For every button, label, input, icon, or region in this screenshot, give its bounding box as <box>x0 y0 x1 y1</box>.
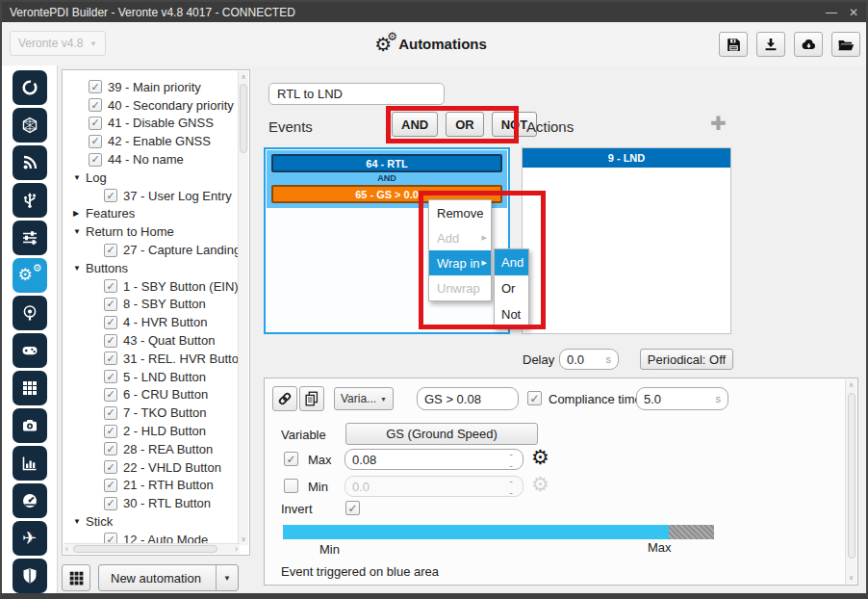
operator-button[interactable]: OR <box>446 112 484 137</box>
copy-button[interactable] <box>299 386 324 411</box>
automation-grid-view-button[interactable] <box>62 564 90 591</box>
tree-item[interactable]: ✓ 2 - HLD Button <box>64 422 239 440</box>
event-type-select[interactable]: Varia...▼ <box>334 387 394 410</box>
chevron-down-icon[interactable]: ▼ <box>216 565 238 590</box>
tree-item[interactable]: ✓ 40 - Secondary priority <box>64 96 239 115</box>
variable-button[interactable]: GS (Ground Speed) <box>345 423 538 445</box>
new-automation-button[interactable]: New automation ▼ <box>98 564 239 591</box>
submenu-item[interactable]: Or <box>495 275 528 301</box>
checkbox[interactable]: ✓ <box>104 406 117 420</box>
tree-item[interactable]: ✓ 37 - User Log Entry <box>64 187 239 205</box>
submenu-item[interactable]: And <box>495 249 528 275</box>
slider-blue-zone[interactable] <box>283 525 669 539</box>
gamepad-icon[interactable] <box>13 333 47 368</box>
tree-item[interactable]: ✓ 22 - VHLD Button <box>64 458 239 477</box>
menu-item[interactable]: Add ▶ <box>429 225 491 250</box>
checkbox[interactable]: ✓ <box>89 80 102 93</box>
checkbox[interactable]: ✓ <box>104 334 117 348</box>
grid-icon[interactable] <box>13 371 47 405</box>
tree-item[interactable]: ✓ 28 - REA Button <box>64 440 239 458</box>
compliance-checkbox[interactable]: ✓ <box>527 391 542 405</box>
tree-item[interactable]: ✓ 42 - Enable GNSS <box>64 132 239 150</box>
tree-item[interactable]: ✓ 43 - Quat Button <box>64 331 239 350</box>
max-gear-icon[interactable]: ⚙ <box>531 447 549 467</box>
tree-item[interactable]: ▼ ✓ Log <box>64 169 239 187</box>
tree-item[interactable]: ✓ 31 - REL. HVR Button <box>64 350 239 368</box>
shield-icon[interactable] <box>13 559 47 593</box>
checkbox[interactable]: ✓ <box>104 298 117 311</box>
checkbox[interactable]: ✓ <box>104 279 117 293</box>
rss-icon[interactable] <box>13 145 47 180</box>
camera-icon[interactable] <box>13 408 47 443</box>
delay-input[interactable] <box>567 352 602 367</box>
tree-item[interactable]: ✓ 7 - TKO Button <box>64 404 239 422</box>
checkbox[interactable]: ✓ <box>104 442 117 456</box>
tree-item[interactable]: ▼ ✓ Stick <box>64 512 239 531</box>
checkbox[interactable]: ✓ <box>89 117 102 130</box>
checkbox[interactable]: ✓ <box>104 244 117 257</box>
checkbox[interactable]: ✓ <box>104 479 117 492</box>
tree-item[interactable]: ✓ 5 - LND Button <box>64 368 239 386</box>
delay-field[interactable]: s <box>559 349 619 370</box>
checkbox[interactable]: ✓ <box>104 352 117 365</box>
scrollbar-thumb[interactable] <box>240 84 247 153</box>
open-file-button[interactable] <box>831 32 860 57</box>
tree-horizontal-scrollbar[interactable]: ‹ › <box>64 543 240 554</box>
device-version-select[interactable]: Veronte v4.8▼ <box>10 31 106 56</box>
minimize-button[interactable]: — <box>826 6 837 19</box>
tree-item[interactable]: ▶ ✓ Features <box>64 205 239 223</box>
checkbox[interactable]: ✓ <box>104 425 117 438</box>
tree-item[interactable]: ✓ 8 - SBY Button <box>64 296 239 314</box>
scrollbar-thumb[interactable] <box>73 545 217 553</box>
event-node-rtl[interactable]: 64 - RTL <box>271 154 502 172</box>
checkbox[interactable]: ✓ <box>104 388 117 402</box>
add-action-icon[interactable]: ✚ <box>710 112 727 135</box>
event-name-input[interactable] <box>424 392 511 406</box>
scroll-up-icon[interactable]: ∧ <box>846 381 856 389</box>
scroll-down-icon[interactable]: ∨ <box>239 535 248 543</box>
checkbox[interactable]: ✓ <box>104 497 117 510</box>
caret-icon[interactable]: ▶ <box>73 209 86 218</box>
tree-item[interactable]: ▼ ✓ Return to Home <box>64 222 239 241</box>
event-name-field[interactable] <box>417 387 519 410</box>
checkbox[interactable]: ✓ <box>104 316 117 329</box>
menu-item[interactable]: Wrap in ▶ <box>429 250 491 275</box>
menu-item[interactable]: Remove ▶ <box>429 200 491 225</box>
scrollbar-thumb[interactable] <box>848 393 855 559</box>
automations-gears-icon[interactable]: ⚙⚙ <box>13 258 47 293</box>
bar-chart-icon[interactable] <box>13 446 47 481</box>
automation-name-input[interactable] <box>268 83 445 105</box>
download-button[interactable] <box>756 32 785 57</box>
airplane-icon[interactable]: ✈ <box>13 521 47 556</box>
min-checkbox[interactable] <box>284 479 298 493</box>
max-input[interactable] <box>352 453 505 467</box>
compliance-time-input[interactable] <box>644 392 712 406</box>
checkbox[interactable]: ✓ <box>89 135 102 148</box>
slider-gray-zone[interactable] <box>669 525 714 539</box>
tree-item[interactable]: ✓ 6 - CRU Button <box>64 386 239 404</box>
scroll-up-icon[interactable]: ∧ <box>239 73 248 81</box>
close-button[interactable]: ✕ <box>849 6 858 19</box>
tree-item[interactable]: ✓ 21 - RTH Button <box>64 477 239 495</box>
caret-icon[interactable]: ▼ <box>73 227 86 236</box>
scroll-left-icon[interactable]: ‹ <box>65 544 68 554</box>
editor-vertical-scrollbar[interactable]: ∧ ∨ <box>845 379 856 584</box>
hexagon-globe-icon[interactable] <box>13 108 47 143</box>
cloud-download-button[interactable] <box>794 32 823 57</box>
tree-item[interactable]: ✓ 44 - No name <box>64 150 239 169</box>
tree-item[interactable]: ✓ 1 - SBY Button (EIN) <box>64 277 239 296</box>
checkbox[interactable]: ✓ <box>89 153 102 167</box>
save-button[interactable] <box>719 32 748 57</box>
submenu-item[interactable]: Not <box>495 301 528 327</box>
usb-icon[interactable] <box>13 183 47 218</box>
caret-icon[interactable]: ▼ <box>73 264 86 273</box>
operator-button[interactable]: AND <box>392 112 438 137</box>
checkbox[interactable]: ✓ <box>104 370 117 383</box>
link-button[interactable] <box>272 386 297 411</box>
checkbox[interactable]: ✓ <box>104 460 117 474</box>
max-checkbox[interactable]: ✓ <box>284 452 298 466</box>
max-field[interactable]: -- <box>345 449 523 470</box>
scroll-right-icon[interactable]: › <box>235 544 238 554</box>
tree-item[interactable]: ✓ 30 - RTL Button <box>64 494 239 512</box>
tree-vertical-scrollbar[interactable]: ∧ ∨ <box>238 71 248 545</box>
